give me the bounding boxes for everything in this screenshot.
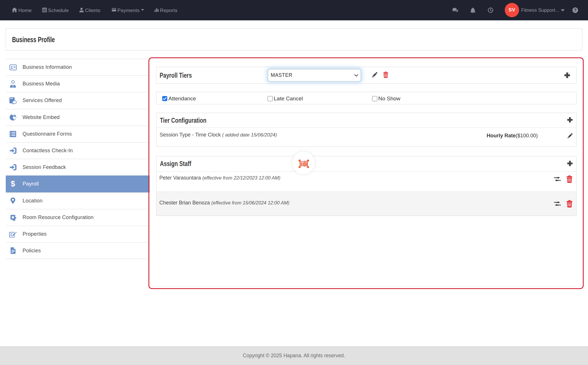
svg-text:?: ? — [574, 8, 577, 12]
